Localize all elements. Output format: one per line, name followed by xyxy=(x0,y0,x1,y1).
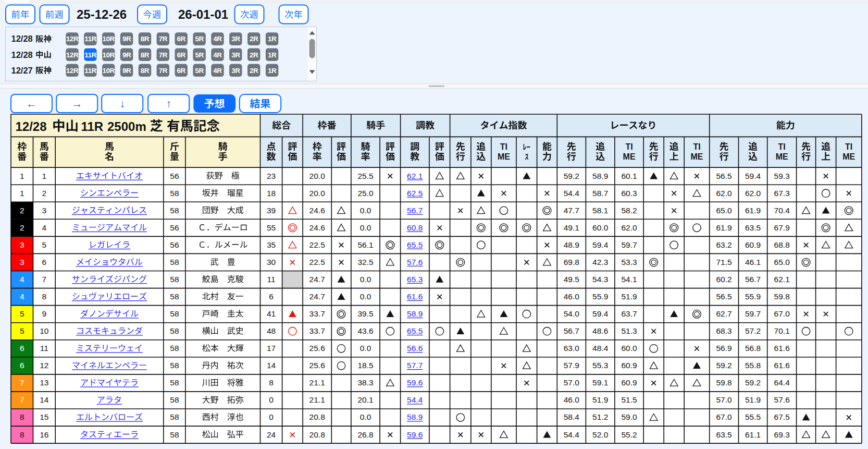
svg-text:1: 1 xyxy=(42,172,46,180)
svg-text:68.3: 68.3 xyxy=(716,326,732,335)
svg-text:58: 58 xyxy=(170,258,179,266)
svg-text:57.0: 57.0 xyxy=(564,378,580,387)
svg-text:8: 8 xyxy=(20,430,24,439)
svg-text:2R: 2R xyxy=(250,35,258,43)
svg-text:68.8: 68.8 xyxy=(774,240,790,249)
svg-text:25-12-26: 25-12-26 xyxy=(77,7,127,21)
svg-text:48: 48 xyxy=(267,326,276,335)
svg-text:30: 30 xyxy=(267,258,276,266)
svg-text:56.9: 56.9 xyxy=(716,344,732,353)
svg-text:0.0: 0.0 xyxy=(360,223,371,232)
svg-text:59.4: 59.4 xyxy=(745,172,761,180)
svg-text:60.3: 60.3 xyxy=(622,189,637,198)
svg-text:4R: 4R xyxy=(213,67,222,75)
svg-text:57.9: 57.9 xyxy=(564,361,579,370)
svg-text:51.9: 51.9 xyxy=(592,395,608,404)
svg-text:57.0: 57.0 xyxy=(716,395,733,404)
svg-text:59.2: 59.2 xyxy=(745,378,761,387)
svg-text:9R: 9R xyxy=(122,51,131,59)
svg-text:10R: 10R xyxy=(103,51,115,59)
svg-text:61.6: 61.6 xyxy=(774,344,790,353)
svg-text:60.1: 60.1 xyxy=(622,172,637,180)
svg-text:55.9: 55.9 xyxy=(592,292,608,301)
svg-text:57.6: 57.6 xyxy=(774,395,790,404)
svg-text:56.7: 56.7 xyxy=(407,206,423,215)
svg-text:71.5: 71.5 xyxy=(716,258,732,266)
svg-text:6: 6 xyxy=(269,292,274,301)
svg-text:0.0: 0.0 xyxy=(360,292,371,301)
svg-text:33.7: 33.7 xyxy=(309,326,325,335)
svg-text:11: 11 xyxy=(267,275,275,284)
svg-text:12/28: 12/28 xyxy=(11,50,33,59)
svg-text:14: 14 xyxy=(267,361,276,370)
svg-text:46.0: 46.0 xyxy=(564,292,580,301)
svg-text:56: 56 xyxy=(170,172,179,180)
svg-text:5R: 5R xyxy=(195,67,204,75)
svg-text:11R: 11R xyxy=(84,35,96,43)
svg-text:59.4: 59.4 xyxy=(592,240,609,249)
svg-text:58.9: 58.9 xyxy=(592,172,608,180)
svg-text:60.9: 60.9 xyxy=(622,361,637,370)
svg-text:56.5: 56.5 xyxy=(716,292,732,301)
svg-text:70.1: 70.1 xyxy=(774,326,790,335)
svg-text:59.7: 59.7 xyxy=(745,309,761,318)
svg-text:41: 41 xyxy=(267,309,276,318)
svg-text:→: → xyxy=(71,98,82,110)
svg-text:20.8: 20.8 xyxy=(309,412,325,421)
svg-text:58.4: 58.4 xyxy=(564,412,580,421)
svg-text:54.0: 54.0 xyxy=(564,309,580,318)
svg-text:16: 16 xyxy=(40,430,48,439)
svg-text:56.7: 56.7 xyxy=(745,275,761,284)
svg-text:56.8: 56.8 xyxy=(745,344,761,353)
svg-text:59.6: 59.6 xyxy=(407,430,423,439)
svg-text:3: 3 xyxy=(20,240,24,249)
svg-text:6R: 6R xyxy=(177,51,186,59)
svg-text:58: 58 xyxy=(170,189,179,198)
svg-text:58: 58 xyxy=(170,309,179,318)
svg-text:46.1: 46.1 xyxy=(745,258,761,266)
svg-text:58: 58 xyxy=(170,344,179,353)
svg-text:51.3: 51.3 xyxy=(622,326,637,335)
svg-text:4R: 4R xyxy=(213,35,222,43)
svg-text:6: 6 xyxy=(20,361,24,370)
svg-text:ME: ME xyxy=(842,152,855,161)
svg-text:60.8: 60.8 xyxy=(407,223,423,232)
svg-text:12R: 12R xyxy=(66,35,79,43)
svg-text:12R: 12R xyxy=(66,67,79,75)
svg-text:18: 18 xyxy=(267,189,276,198)
svg-text:10: 10 xyxy=(40,326,49,335)
svg-text:12/28: 12/28 xyxy=(11,34,33,43)
svg-text:39: 39 xyxy=(267,206,276,215)
svg-text:55.5: 55.5 xyxy=(745,412,761,421)
svg-text:33.7: 33.7 xyxy=(309,309,325,318)
svg-text:12/27: 12/27 xyxy=(11,66,33,75)
svg-text:49.5: 49.5 xyxy=(564,275,579,284)
svg-text:TI: TI xyxy=(845,142,852,151)
svg-text:63.5: 63.5 xyxy=(716,430,732,439)
svg-text:61.9: 61.9 xyxy=(716,223,732,232)
svg-text:10R: 10R xyxy=(103,67,115,75)
svg-text:25.6: 25.6 xyxy=(309,361,325,370)
svg-text:22.5: 22.5 xyxy=(309,258,325,266)
svg-text:69.3: 69.3 xyxy=(774,430,790,439)
svg-text:51.9: 51.9 xyxy=(745,395,761,404)
svg-text:4: 4 xyxy=(20,275,24,284)
svg-text:60.0: 60.0 xyxy=(622,344,638,353)
svg-text:20.0: 20.0 xyxy=(309,189,326,198)
svg-text:51.5: 51.5 xyxy=(622,395,637,404)
svg-text:14: 14 xyxy=(40,395,49,404)
svg-text:2500m: 2500m xyxy=(107,119,146,134)
svg-text:46.0: 46.0 xyxy=(564,395,580,404)
svg-text:69.8: 69.8 xyxy=(564,258,579,266)
svg-text:61.6: 61.6 xyxy=(407,292,423,301)
svg-text:↑: ↑ xyxy=(166,98,171,110)
svg-text:6R: 6R xyxy=(177,35,186,43)
svg-text:58.1: 58.1 xyxy=(592,206,608,215)
svg-text:67.9: 67.9 xyxy=(774,223,790,232)
svg-text:58: 58 xyxy=(170,292,179,301)
svg-text:TI: TI xyxy=(500,142,507,151)
svg-text:65.0: 65.0 xyxy=(774,258,790,266)
svg-text:54.4: 54.4 xyxy=(564,189,580,198)
svg-text:18.5: 18.5 xyxy=(357,361,373,370)
svg-text:65.5: 65.5 xyxy=(407,240,423,249)
